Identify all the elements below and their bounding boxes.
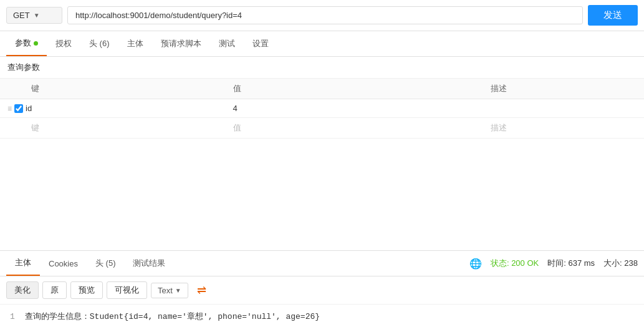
globe-icon: 🌐: [469, 258, 482, 270]
tab-settings[interactable]: 设置: [244, 32, 277, 56]
chevron-down-icon: ▼: [34, 12, 40, 19]
placeholder-value-cell: 值: [226, 118, 483, 139]
row-key: id: [26, 104, 32, 113]
params-table: 键 值 描述 ≡ id 4: [0, 79, 644, 139]
line-number: 1: [10, 312, 15, 321]
col-header-value: 值: [226, 79, 483, 99]
method-select[interactable]: GET ▼: [6, 7, 62, 24]
beautify-button[interactable]: 美化: [6, 281, 39, 299]
bottom-tab-headers-label: 头 (5): [95, 258, 116, 268]
bottom-panel: 主体 Cookies 头 (5) 测试结果 🌐 状态: 200 OK 时间: 6…: [0, 250, 644, 328]
size-text: 大小: 238: [603, 258, 638, 269]
row-checkbox[interactable]: [14, 104, 23, 113]
placeholder-desc: 描述: [491, 123, 507, 132]
tab-prescripts-label: 预请求脚本: [161, 38, 201, 49]
send-button[interactable]: 发送: [588, 5, 638, 26]
status-text: 状态: 200 OK: [491, 258, 539, 269]
bottom-tabs-bar: 主体 Cookies 头 (5) 测试结果 🌐 状态: 200 OK 时间: 6…: [0, 251, 644, 276]
tab-params[interactable]: 参数: [6, 31, 47, 56]
placeholder-key: 键: [31, 123, 39, 132]
bottom-tab-testresults[interactable]: 测试结果: [124, 251, 174, 275]
bottom-tab-cookies-label: Cookies: [49, 259, 78, 268]
chevron-down-icon: ▼: [175, 287, 181, 294]
tab-headers-label: 头 (6): [89, 38, 110, 49]
tab-tests-label: 测试: [219, 38, 235, 49]
time-text: 时间: 637 ms: [547, 258, 595, 269]
preview-button[interactable]: 预览: [70, 281, 103, 299]
upper-content: 查询参数 键 值 描述 ≡ id 4: [0, 57, 644, 250]
tab-settings-label: 设置: [252, 38, 269, 49]
url-bar: GET ▼ 发送: [0, 0, 644, 31]
tab-body-label: 主体: [127, 38, 143, 49]
row-key-cell: ≡ id: [0, 99, 226, 118]
wrap-icon[interactable]: ⇌: [197, 283, 206, 297]
params-dot: [34, 41, 38, 46]
tab-auth[interactable]: 授权: [47, 32, 80, 56]
text-type-select[interactable]: Text ▼: [151, 283, 188, 298]
text-option-label: Text: [158, 286, 173, 295]
bottom-tab-testresults-label: 测试结果: [133, 258, 165, 268]
drag-icon: ≡: [7, 104, 12, 113]
tab-prescripts[interactable]: 预请求脚本: [152, 32, 210, 56]
placeholder-key-cell: 键: [0, 118, 226, 139]
col-header-key: 键: [0, 79, 226, 99]
response-toolbar: 美化 原 预览 可视化 Text ▼ ⇌: [0, 276, 644, 305]
response-content: 1查询的学生信息：Student{id=4, name='章想', phone=…: [0, 305, 644, 328]
row-value-cell: 4: [226, 99, 483, 118]
col-header-desc: 描述: [483, 79, 644, 99]
tab-headers[interactable]: 头 (6): [80, 32, 118, 56]
row-desc-cell: [483, 99, 644, 118]
placeholder-desc-cell: 描述: [483, 118, 644, 139]
tab-tests[interactable]: 测试: [210, 32, 244, 56]
url-input[interactable]: [67, 6, 583, 24]
table-row: ≡ id 4: [0, 99, 644, 118]
row-value: 4: [233, 104, 238, 113]
placeholder-value: 值: [233, 123, 241, 132]
query-section-label: 查询参数: [0, 57, 644, 79]
raw-button[interactable]: 原: [42, 281, 67, 299]
top-tabs-bar: 参数 授权 头 (6) 主体 预请求脚本 测试 设置: [0, 31, 644, 57]
row-controls: ≡ id: [7, 104, 218, 113]
tab-auth-label: 授权: [55, 38, 72, 49]
tab-body[interactable]: 主体: [118, 32, 152, 56]
placeholder-row: 键 值 描述: [0, 118, 644, 139]
tab-params-label: 参数: [15, 37, 31, 49]
bottom-tab-body[interactable]: 主体: [6, 251, 40, 276]
bottom-tab-cookies[interactable]: Cookies: [40, 253, 87, 275]
status-bar: 🌐 状态: 200 OK 时间: 637 ms 大小: 238: [469, 258, 638, 270]
method-label: GET: [13, 11, 30, 20]
bottom-tab-headers[interactable]: 头 (5): [87, 251, 125, 275]
visualize-button[interactable]: 可视化: [107, 281, 147, 299]
bottom-tab-body-label: 主体: [15, 258, 31, 267]
response-text: 查询的学生信息：Student{id=4, name='章想', phone='…: [25, 312, 320, 321]
